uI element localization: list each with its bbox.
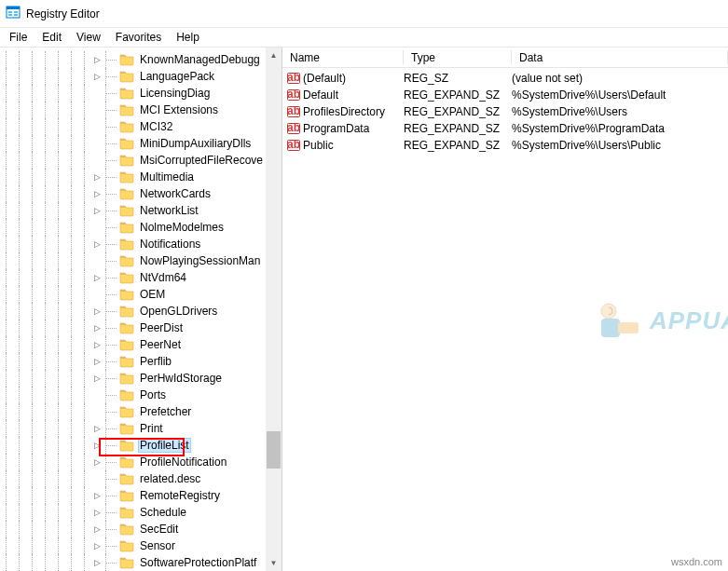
tree-item[interactable]: MCI32	[0, 118, 282, 135]
expander-icon[interactable]	[91, 152, 103, 169]
expander-icon[interactable]: ▷	[91, 487, 103, 504]
tree-item[interactable]: ▷Multimedia	[0, 169, 282, 185]
expander-icon[interactable]	[91, 387, 103, 403]
svg-text:ab: ab	[287, 88, 300, 101]
tree-item[interactable]: ▷OpenGLDrivers	[0, 303, 282, 319]
tree-label: SoftwareProtectionPlatf	[138, 556, 258, 569]
expander-icon[interactable]: ▷	[91, 437, 103, 454]
value-row[interactable]: abProgramDataREG_EXPAND_SZ%SystemDrive%\…	[282, 120, 728, 137]
svg-rect-3	[8, 14, 12, 16]
expander-icon[interactable]: ▷	[91, 236, 103, 252]
tree-item[interactable]: ▷KnownManagedDebugg	[0, 51, 282, 68]
titlebar: Registry Editor	[0, 0, 728, 28]
menu-edit[interactable]: Edit	[34, 29, 69, 46]
expander-icon[interactable]: ▷	[91, 521, 103, 537]
folder-icon	[119, 387, 134, 402]
tree-item[interactable]: ▷LanguagePack	[0, 68, 282, 85]
expander-icon[interactable]	[91, 219, 103, 236]
tree-item[interactable]: ▷PeerNet	[0, 336, 282, 353]
expander-icon[interactable]: ▷	[91, 504, 103, 521]
folder-icon	[119, 86, 134, 101]
tree-item[interactable]: Ports	[0, 387, 282, 403]
menu-file[interactable]: File	[2, 29, 34, 46]
expander-icon[interactable]	[91, 85, 103, 102]
tree-item[interactable]: ▷Print	[0, 420, 282, 437]
folder-icon	[119, 421, 134, 436]
tree-scrollbar[interactable]: ▲ ▼	[266, 48, 282, 571]
tree-item[interactable]: ▷SoftwareProtectionPlatf	[0, 554, 282, 571]
tree-item[interactable]: MiniDumpAuxiliaryDlls	[0, 135, 282, 152]
tree-item[interactable]: LicensingDiag	[0, 85, 282, 102]
tree-item[interactable]: NolmeModelmes	[0, 219, 282, 236]
tree-item[interactable]: MCI Extensions	[0, 102, 282, 118]
tree-item[interactable]: ▷PeerDist	[0, 319, 282, 336]
tree-item[interactable]: Prefetcher	[0, 403, 282, 420]
scroll-up-arrow[interactable]: ▲	[266, 48, 282, 63]
svg-rect-5	[14, 14, 18, 16]
menu-view[interactable]: View	[69, 29, 108, 46]
expander-icon[interactable]	[91, 252, 103, 269]
expander-icon[interactable]: ▷	[91, 319, 103, 336]
tree-pane[interactable]: ▷KnownManagedDebugg▷LanguagePackLicensin…	[0, 48, 282, 571]
expander-icon[interactable]	[91, 102, 103, 118]
tree-item[interactable]: ▷PerHwIdStorage	[0, 370, 282, 387]
tree-item[interactable]: ▷ProfileNotification	[0, 454, 282, 470]
expander-icon[interactable]: ▷	[91, 420, 103, 437]
expander-icon[interactable]	[91, 403, 103, 420]
expander-icon[interactable]: ▷	[91, 269, 103, 286]
col-type[interactable]: Type	[404, 48, 512, 67]
value-row[interactable]: abDefaultREG_EXPAND_SZ%SystemDrive%\User…	[282, 87, 728, 103]
list-pane[interactable]: Name Type Data ab(Default)REG_SZ(value n…	[282, 48, 728, 571]
expander-icon[interactable]	[91, 135, 103, 152]
tree-item[interactable]: related.desc	[0, 470, 282, 487]
tree-item[interactable]: ▷SecEdit	[0, 521, 282, 537]
expander-icon[interactable]: ▷	[91, 303, 103, 319]
tree-item[interactable]: ▷Perflib	[0, 353, 282, 370]
menu-help[interactable]: Help	[169, 29, 207, 46]
folder-icon	[119, 287, 134, 302]
tree-label: MCI32	[138, 120, 174, 133]
value-data: (value not set)	[512, 72, 728, 85]
tree-item[interactable]: ▷ProfileList	[0, 437, 282, 454]
expander-icon[interactable]	[91, 470, 103, 487]
expander-icon[interactable]: ▷	[91, 202, 103, 219]
tree-item[interactable]: ▷NetworkCards	[0, 185, 282, 202]
tree-item[interactable]: ▷Sensor	[0, 537, 282, 554]
tree-label: KnownManagedDebugg	[138, 53, 262, 66]
tree-item[interactable]: ▷NetworkList	[0, 202, 282, 219]
expander-icon[interactable]: ▷	[91, 68, 103, 85]
col-data[interactable]: Data	[512, 48, 728, 67]
expander-icon[interactable]: ▷	[91, 169, 103, 185]
tree-item[interactable]: MsiCorruptedFileRecove	[0, 152, 282, 169]
tree-item[interactable]: ▷RemoteRegistry	[0, 487, 282, 504]
expander-icon[interactable]	[91, 286, 103, 303]
folder-icon	[119, 69, 134, 84]
expander-icon[interactable]: ▷	[91, 336, 103, 353]
scroll-down-arrow[interactable]: ▼	[266, 555, 282, 571]
expander-icon[interactable]: ▷	[91, 370, 103, 387]
expander-icon[interactable]: ▷	[91, 353, 103, 370]
value-row[interactable]: ab(Default)REG_SZ(value not set)	[282, 70, 728, 87]
expander-icon[interactable]: ▷	[91, 537, 103, 554]
tree-item[interactable]: ▷Schedule	[0, 504, 282, 521]
tree-item[interactable]: ▷Notifications	[0, 236, 282, 252]
scroll-thumb[interactable]	[267, 431, 281, 469]
tree-item[interactable]: ▷NtVdm64	[0, 269, 282, 286]
expander-icon[interactable]: ▷	[91, 51, 103, 68]
tree-label: MiniDumpAuxiliaryDlls	[138, 137, 253, 150]
tree-item[interactable]: NowPlayingSessionMan	[0, 252, 282, 269]
expander-icon[interactable]: ▷	[91, 554, 103, 571]
menu-favorites[interactable]: Favorites	[108, 29, 169, 46]
expander-icon[interactable]: ▷	[91, 454, 103, 470]
expander-icon[interactable]	[91, 118, 103, 135]
expander-icon[interactable]: ▷	[91, 185, 103, 202]
value-type: REG_EXPAND_SZ	[404, 139, 512, 152]
value-row[interactable]: abPublicREG_EXPAND_SZ%SystemDrive%\Users…	[282, 137, 728, 154]
value-row[interactable]: abProfilesDirectoryREG_EXPAND_SZ%SystemD…	[282, 103, 728, 120]
tree-label: MCI Extensions	[138, 103, 220, 116]
col-name[interactable]: Name	[282, 48, 404, 67]
tree-label: Ports	[138, 388, 168, 401]
folder-icon	[119, 170, 134, 184]
tree-item[interactable]: OEM	[0, 286, 282, 303]
folder-icon	[119, 102, 134, 117]
